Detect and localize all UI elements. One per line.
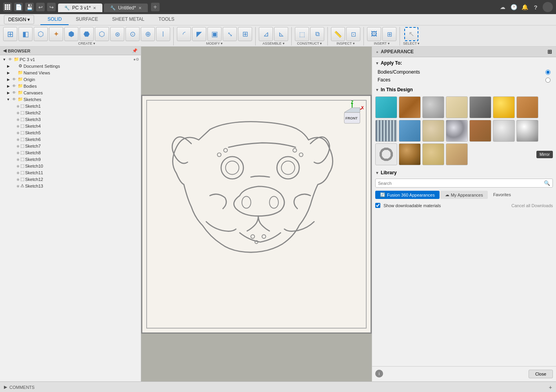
web-btn[interactable]: ⬡: [95, 27, 109, 41]
material-ballsilver[interactable]: [516, 120, 538, 142]
browser-pin-icon[interactable]: 📌: [132, 48, 138, 53]
file-icon[interactable]: 📄: [14, 3, 23, 11]
info-icon[interactable]: i: [375, 370, 383, 378]
material-wood2[interactable]: [516, 96, 538, 118]
thread-btn[interactable]: ⊕: [141, 27, 155, 41]
library-triangle[interactable]: ▼: [375, 171, 379, 175]
tree-sketch6[interactable]: ▶ ◉ ⬚ Sketch6: [0, 136, 141, 143]
tree-sketch9[interactable]: ▶ ◉ ⬚ Sketch9: [0, 156, 141, 163]
tree-canvases[interactable]: ▶ 👁 📁 Canvases: [0, 89, 141, 96]
fillet-btn[interactable]: ◜: [177, 27, 191, 41]
material-silver[interactable]: [446, 120, 468, 142]
hole-btn[interactable]: ⊙: [125, 27, 140, 41]
tab-surface[interactable]: SURFACE: [69, 14, 105, 25]
tree-sketch12[interactable]: ▶ ◉ ⬚ Sketch12: [0, 176, 141, 182]
insert-svg-btn[interactable]: 🖼: [367, 27, 381, 41]
material-wood1[interactable]: [399, 96, 421, 118]
offsetplane-btn[interactable]: ⧉: [310, 27, 324, 41]
faces-radio[interactable]: [545, 78, 551, 83]
tree-sketch1[interactable]: ▶ ◉ ⬚ Sketch1: [0, 103, 141, 109]
tree-root[interactable]: ▼ 👁 📁 PC 3 v1 ● ⚙: [0, 56, 141, 63]
new-tab-icon[interactable]: +: [151, 3, 160, 11]
tree-sketch7[interactable]: ▶ ◉ ⬚ Sketch7: [0, 143, 141, 149]
close-button[interactable]: Close: [529, 370, 553, 378]
design-dropdown[interactable]: DESIGN ▾: [4, 15, 34, 24]
tree-origin[interactable]: ▶ 👁 📁 Origin: [0, 76, 141, 83]
tree-sketch10[interactable]: ▶ ◉ ⬚ Sketch10: [0, 163, 141, 169]
bodies-option[interactable]: Bodies/Components: [375, 68, 553, 76]
ap-expand-icon[interactable]: ⊞: [547, 49, 552, 55]
pattern-btn[interactable]: ⁞: [156, 27, 170, 41]
search-input[interactable]: [378, 181, 544, 186]
save-icon[interactable]: 💾: [25, 3, 34, 11]
sweep-btn[interactable]: ✦: [49, 27, 63, 41]
tab-solid[interactable]: SOLID: [40, 14, 69, 25]
measure-btn[interactable]: 📏: [331, 27, 345, 41]
show-downloadable-checkbox[interactable]: [375, 203, 380, 208]
tab-sheetmetal[interactable]: SHEET METAL: [105, 14, 151, 25]
new-component-btn[interactable]: ⊞: [3, 27, 17, 41]
joint-btn[interactable]: ⊿: [259, 27, 273, 41]
material-wood3[interactable]: [446, 143, 468, 165]
material-teal[interactable]: [375, 96, 397, 118]
material-tan[interactable]: [422, 143, 444, 165]
redo-icon[interactable]: ↪: [47, 3, 56, 11]
material-stripes[interactable]: [375, 120, 397, 142]
viewport[interactable]: Z X FRONT: [141, 47, 372, 381]
material-beige[interactable]: [422, 120, 444, 142]
combine-btn[interactable]: ⊞: [238, 27, 252, 41]
tree-sketch8[interactable]: ▶ ◉ ⬚ Sketch8: [0, 149, 141, 156]
midplane-btn[interactable]: ⬚: [295, 27, 309, 41]
shell-btn[interactable]: ▣: [207, 27, 222, 41]
tree-sketch11[interactable]: ▶ ◉ ⬚ Sketch11: [0, 169, 141, 176]
tree-sketch3[interactable]: ▶ ◉ ⬚ Sketch3: [0, 116, 141, 123]
apply-to-triangle[interactable]: ▼: [375, 61, 379, 65]
user-avatar[interactable]: [543, 2, 553, 12]
comments-add-icon[interactable]: +: [549, 384, 552, 390]
bell-icon[interactable]: 🔔: [521, 3, 529, 11]
tree-sketches[interactable]: ▼ 👁 📁 Sketches: [0, 96, 141, 103]
section-analysis-btn[interactable]: ⊡: [346, 27, 360, 41]
bodies-radio[interactable]: [545, 70, 551, 75]
material-brown[interactable]: [469, 120, 491, 142]
material-lightsilver[interactable]: [493, 120, 515, 142]
tree-sketch2[interactable]: ▶ ◉ ⬚ Sketch2: [0, 109, 141, 116]
browser-collapse-icon[interactable]: ◀: [3, 48, 6, 53]
select-btn[interactable]: ↖: [404, 27, 418, 41]
material-yellow[interactable]: [493, 96, 515, 118]
extrude-btn[interactable]: ◧: [18, 27, 33, 41]
tab-fusion360-appearances[interactable]: 🔄 Fusion 360 Appearances: [375, 191, 440, 199]
material-darkgray[interactable]: [469, 96, 491, 118]
tree-sketch5[interactable]: ▶ ◉ ⬚ Sketch5: [0, 129, 141, 136]
cancel-downloads-link[interactable]: Cancel all Downloads: [511, 203, 553, 208]
scale-btn[interactable]: ⤡: [223, 27, 237, 41]
tab-my-appearances[interactable]: ☁ My Appearances: [440, 191, 488, 199]
loft-btn[interactable]: ⬢: [64, 27, 78, 41]
asjoint-btn[interactable]: ⊾: [274, 27, 288, 41]
tab-favorites[interactable]: Favorites: [489, 191, 516, 199]
revolve-btn[interactable]: ⬡: [34, 27, 48, 41]
tab-untitled[interactable]: 🔧 Untitled* ✕: [104, 4, 147, 12]
help-icon[interactable]: ?: [532, 3, 540, 11]
mirror-button[interactable]: Mirror: [536, 151, 553, 158]
comments-expand-icon[interactable]: ▶: [4, 385, 7, 390]
undo-icon[interactable]: ↩: [36, 3, 45, 11]
emboss-btn[interactable]: ⊛: [110, 27, 124, 41]
chamfer-btn[interactable]: ◤: [192, 27, 206, 41]
tree-document-settings[interactable]: ▶ 👁 ⚙ Document Settings: [0, 63, 141, 69]
tree-sketch4[interactable]: ▶ ◉ ⬚ Sketch4: [0, 123, 141, 129]
faces-option[interactable]: Faces: [375, 76, 553, 84]
material-blue[interactable]: [399, 120, 421, 142]
material-bronze[interactable]: [399, 143, 421, 165]
material-ring[interactable]: [375, 143, 397, 165]
tab-pc3v1[interactable]: 🔧 PC 3 v1* ✕: [58, 4, 102, 12]
tab-tools[interactable]: TOOLS: [151, 14, 181, 25]
in-design-triangle[interactable]: ▼: [375, 88, 379, 92]
rib-btn[interactable]: ⬣: [80, 27, 94, 41]
insert-mesh-btn[interactable]: ⊞: [382, 27, 396, 41]
tab-close-icon[interactable]: ✕: [93, 6, 96, 10]
tree-sketch13[interactable]: ▶ ◉ ⚠ Sketch13: [0, 182, 141, 189]
material-gray1[interactable]: [422, 96, 444, 118]
tree-bodies[interactable]: ▶ 👁 📁 Bodies: [0, 83, 141, 89]
material-cream[interactable]: [446, 96, 468, 118]
